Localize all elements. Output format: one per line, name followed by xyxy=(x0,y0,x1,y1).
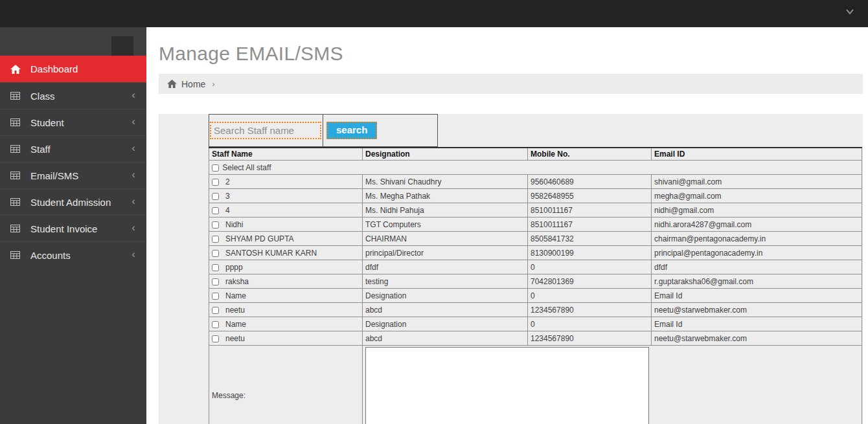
table-row: NameDesignation0Email Id xyxy=(209,289,862,303)
table-row: ppppdfdf0dfdf xyxy=(209,260,862,274)
designation-cell: Designation xyxy=(363,289,528,303)
staff-name: neetu xyxy=(225,334,245,343)
search-input[interactable] xyxy=(210,122,321,139)
row-checkbox[interactable] xyxy=(212,278,219,285)
staff-name: Nidhi xyxy=(225,220,243,229)
select-all-label: Select All staff xyxy=(222,163,271,172)
mobile-cell: 0 xyxy=(528,260,652,274)
mobile-cell: 7042801369 xyxy=(528,274,652,289)
mobile-cell: 0 xyxy=(528,289,652,303)
table-icon xyxy=(10,91,22,100)
row-checkbox[interactable] xyxy=(212,264,219,271)
designation-cell: Ms. Shivani Chaudhry xyxy=(363,175,528,189)
designation-cell: abcd xyxy=(363,303,528,317)
table-icon xyxy=(10,144,22,153)
designation-cell: Ms. Nidhi Pahuja xyxy=(363,203,528,218)
staff-name: pppp xyxy=(225,263,243,272)
main-content: Manage EMAIL/SMS Home › search Staff Nam… xyxy=(146,27,868,424)
chevron-left-icon: ‹ xyxy=(131,195,135,206)
row-checkbox[interactable] xyxy=(212,293,219,300)
staff-name: Name xyxy=(225,320,246,329)
sidebar-item-student-invoice[interactable]: Student Invoice ‹ xyxy=(0,215,146,241)
staff-name-cell: neetu xyxy=(209,331,363,346)
staff-search-box: search xyxy=(209,114,438,147)
sidebar-item-label: Class xyxy=(30,91,55,102)
header-staff-name: Staff Name xyxy=(209,148,363,161)
mobile-cell: 8510011167 xyxy=(528,218,652,232)
sidebar-item-label: Student Admission xyxy=(30,197,111,208)
chevron-down-icon[interactable] xyxy=(845,6,855,17)
sidebar-item-dashboard[interactable]: Dashboard xyxy=(0,56,146,82)
table-row: rakshatesting7042801369r.guptaraksha06@g… xyxy=(209,274,862,289)
chevron-left-icon: ‹ xyxy=(131,89,135,100)
staff-name: SANTOSH KUMAR KARN xyxy=(225,249,317,258)
row-checkbox[interactable] xyxy=(212,335,219,342)
chevron-left-icon: ‹ xyxy=(131,169,135,180)
staff-name-cell: pppp xyxy=(209,260,363,274)
breadcrumb-home-link[interactable]: Home xyxy=(181,79,205,89)
row-checkbox[interactable] xyxy=(212,221,219,229)
table-header-row: Staff Name Designation Mobile No. Email … xyxy=(209,148,862,161)
row-checkbox[interactable] xyxy=(212,307,219,314)
home-icon xyxy=(10,65,22,74)
table-row: NidhiTGT Computers8510011167nidhi.arora4… xyxy=(209,218,862,232)
sidebar-item-staff[interactable]: Staff ‹ xyxy=(0,135,146,162)
email-cell: megha@gmail.com xyxy=(652,189,862,203)
row-checkbox[interactable] xyxy=(212,250,219,257)
chevron-left-icon: ‹ xyxy=(131,222,135,233)
staff-name: raksha xyxy=(225,277,249,286)
sidebar-item-label: Student xyxy=(30,117,64,128)
email-cell: shivani@gmail.com xyxy=(652,175,862,189)
select-all-checkbox[interactable] xyxy=(212,164,219,172)
row-checkbox[interactable] xyxy=(212,207,219,214)
designation-cell: CHAIRMAN xyxy=(363,232,528,246)
staff-name: 2 xyxy=(225,177,230,186)
sidebar-item-accounts[interactable]: Accounts ‹ xyxy=(0,241,146,268)
designation-cell: dfdf xyxy=(363,260,528,274)
message-row: Message: xyxy=(209,346,862,424)
top-navbar xyxy=(0,0,868,27)
breadcrumb: Home › xyxy=(159,74,863,94)
row-checkbox[interactable] xyxy=(212,236,219,243)
chevron-left-icon: ‹ xyxy=(131,142,135,153)
chevron-left-icon: ‹ xyxy=(131,116,135,127)
designation-cell: testing xyxy=(363,274,528,289)
row-checkbox[interactable] xyxy=(212,179,219,186)
email-cell: principal@pentagonacademy.in xyxy=(652,246,862,260)
message-textarea[interactable] xyxy=(365,347,649,424)
mobile-cell: 9582648955 xyxy=(528,189,652,203)
page-title: Manage EMAIL/SMS xyxy=(159,43,868,65)
sidebar-item-student-admission[interactable]: Student Admission ‹ xyxy=(0,188,146,215)
email-cell: nidhi@gmail.com xyxy=(652,203,862,218)
table-row: 4Ms. Nidhi Pahuja8510011167nidhi@gmail.c… xyxy=(209,203,862,218)
staff-name-cell: SHYAM PD GUPTA xyxy=(209,232,363,246)
designation-cell: Ms. Megha Pathak xyxy=(363,189,528,203)
email-cell: neetu@starwebmaker.com xyxy=(652,331,862,346)
table-row: SANTOSH KUMAR KARNprincipal/Director8130… xyxy=(209,246,862,260)
email-cell: Email Id xyxy=(652,317,862,331)
mobile-cell: 0 xyxy=(528,317,652,331)
sidebar-toggle-button[interactable] xyxy=(111,36,133,56)
staff-name: 4 xyxy=(225,206,230,215)
staff-name-cell: 3 xyxy=(209,189,363,203)
sidebar-item-label: Student Invoice xyxy=(30,223,97,234)
sidebar-item-email-sms[interactable]: Email/SMS ‹ xyxy=(0,162,146,188)
staff-name-cell: Nidhi xyxy=(209,218,363,232)
staff-name-cell: Name xyxy=(209,289,363,303)
home-icon xyxy=(167,80,177,88)
table-icon xyxy=(10,118,22,127)
search-input-cell xyxy=(209,115,323,146)
table-row: 2Ms. Shivani Chaudhry9560460689shivani@g… xyxy=(209,175,862,189)
email-cell: neetu@starwebmaker.com xyxy=(652,303,862,317)
breadcrumb-separator: › xyxy=(212,79,214,89)
designation-cell: Designation xyxy=(363,317,528,331)
table-icon xyxy=(10,224,22,233)
staff-name-cell: SANTOSH KUMAR KARN xyxy=(209,246,363,260)
sidebar-item-student[interactable]: Student ‹ xyxy=(0,109,146,135)
email-cell: r.guptaraksha06@gmail.com xyxy=(652,274,862,289)
row-checkbox[interactable] xyxy=(212,321,219,328)
search-button[interactable]: search xyxy=(326,122,377,139)
sidebar-item-class[interactable]: Class ‹ xyxy=(0,82,146,109)
sidebar-item-label: Dashboard xyxy=(30,63,78,74)
row-checkbox[interactable] xyxy=(212,193,219,200)
